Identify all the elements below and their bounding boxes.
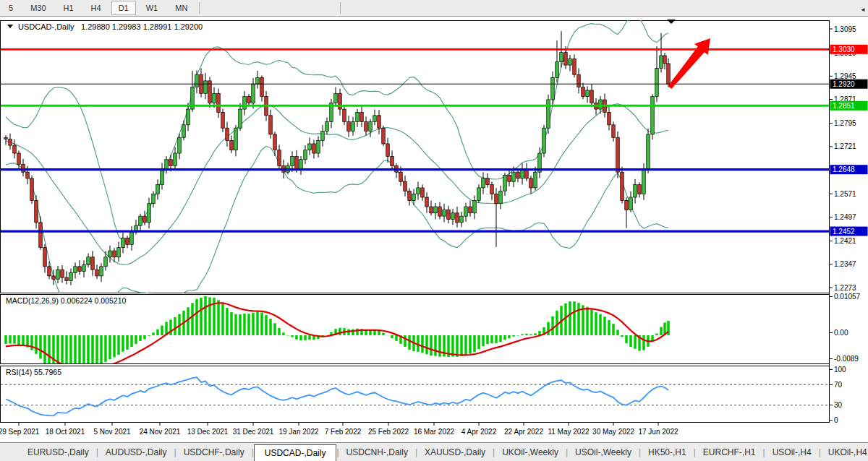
- candle: [165, 160, 169, 169]
- date-axis-label: 24 Nov 2021: [140, 428, 181, 436]
- candle: [573, 59, 576, 74]
- candle: [82, 265, 86, 272]
- candle: [308, 144, 312, 150]
- candle: [273, 134, 277, 150]
- timeframe-button-MN[interactable]: MN: [168, 1, 195, 15]
- trading-terminal-window: 5M30H1H4D1W1MN 1.30951.30191.29451.28711…: [0, 0, 868, 461]
- candle: [608, 112, 611, 124]
- candle: [642, 169, 646, 194]
- tab-USDCAD-,Daily[interactable]: USDCAD-,Daily: [254, 444, 337, 461]
- price-axis-label: 1.2273: [834, 284, 856, 292]
- candle: [304, 150, 307, 160]
- candle: [430, 207, 433, 213]
- candle: [663, 56, 667, 64]
- candle: [278, 150, 281, 166]
- candle: [586, 90, 590, 97]
- tab-AUDUSD-,Daily[interactable]: AUDUSD-,Daily: [98, 444, 174, 460]
- rsi-axis-label: 0: [834, 416, 838, 424]
- tab-USOil-,H4[interactable]: USOil-,H4: [765, 444, 819, 460]
- tab-USDCHF-,Daily[interactable]: USDCHF-,Daily: [176, 444, 252, 460]
- price-axis-label: 1.2347: [834, 260, 856, 268]
- candle: [52, 276, 56, 279]
- candle: [560, 53, 563, 62]
- candle: [486, 178, 490, 185]
- tab-HK50-,H1[interactable]: HK50-,H1: [641, 444, 694, 460]
- candle: [234, 128, 238, 150]
- candle: [360, 112, 364, 121]
- candle: [299, 160, 303, 169]
- candle: [464, 207, 468, 216]
- tab-EURCHF-,H1[interactable]: EURCHF-,H1: [696, 444, 763, 460]
- candle: [169, 160, 173, 166]
- date-axis-label: 19 Jan 2022: [278, 428, 318, 436]
- tab-USOil-,Weekly[interactable]: USOil-,Weekly: [568, 444, 639, 460]
- tab-UKOil-,Weekly[interactable]: UKOil-,Weekly: [495, 444, 566, 460]
- date-axis-label: 31 Dec 2021: [233, 428, 274, 436]
- date-axis-label: 22 Apr 2022: [504, 428, 543, 436]
- tab-EURUSD-,Daily[interactable]: EURUSD-,Daily: [20, 444, 96, 460]
- date-axis-label: 25 Feb 2022: [368, 428, 409, 436]
- timeframe-button-5[interactable]: 5: [1, 1, 20, 15]
- candle: [78, 267, 82, 272]
- candle: [447, 210, 451, 219]
- candle: [213, 93, 216, 103]
- tab-UKOil-,H4[interactable]: UKOil-,H4: [821, 444, 868, 460]
- candle: [9, 139, 12, 145]
- candle: [148, 204, 151, 223]
- date-axis-label: 30 May 2022: [592, 428, 634, 436]
- candle: [143, 216, 147, 223]
- candle: [178, 137, 182, 153]
- candle: [226, 128, 229, 140]
- candle: [195, 74, 199, 87]
- date-axis-label: 18 Oct 2021: [46, 428, 85, 436]
- tab-XAUUSD-,Daily[interactable]: XAUUSD-,Daily: [417, 444, 493, 460]
- candle: [529, 178, 533, 188]
- price-badge-label: 1.2452: [833, 228, 855, 236]
- candle: [495, 194, 498, 204]
- timeframe-button-D1[interactable]: D1: [111, 1, 136, 15]
- candle: [490, 185, 494, 194]
- timeframe-button-W1[interactable]: W1: [139, 1, 166, 15]
- candle: [482, 178, 485, 188]
- candle: [221, 112, 225, 128]
- candle: [655, 68, 659, 96]
- main-price-pane[interactable]: [1, 21, 830, 293]
- candle: [113, 251, 116, 257]
- candle: [667, 64, 671, 84]
- rsi-axis-label: 30: [834, 401, 843, 409]
- rsi-axis-label: 100: [834, 366, 846, 374]
- candle: [339, 93, 342, 109]
- candle: [477, 188, 481, 200]
- macd-label: MACD(12,26,9) 0.006224 0.005210: [6, 296, 127, 305]
- candle: [126, 238, 129, 245]
- rsi-label: RSI(14) 55.7965: [6, 368, 61, 376]
- candle: [269, 116, 273, 134]
- candle: [109, 251, 112, 257]
- candle: [217, 93, 221, 112]
- candle: [356, 112, 359, 121]
- chart-area[interactable]: 1.30951.30191.29451.28711.27951.27211.25…: [0, 17, 868, 442]
- tab-USDCNH-,Daily[interactable]: USDCNH-,Daily: [339, 444, 415, 460]
- tab-scroll-left-icon[interactable]: ◄: [860, 7, 866, 13]
- candle: [117, 248, 121, 257]
- candle: [404, 181, 407, 191]
- price-axis-label: 1.2497: [834, 213, 856, 221]
- candle: [373, 116, 377, 122]
- candle: [634, 185, 637, 197]
- candle: [334, 93, 338, 103]
- candle: [378, 116, 381, 128]
- candle: [317, 141, 320, 153]
- candle: [542, 128, 546, 153]
- date-axis-label: 17 Jun 2022: [638, 428, 678, 436]
- candle: [182, 125, 186, 137]
- candle: [425, 197, 429, 207]
- timeframe-button-H4[interactable]: H4: [84, 1, 109, 15]
- candle: [239, 109, 242, 128]
- candle: [399, 172, 403, 181]
- timeframe-button-H1[interactable]: H1: [56, 1, 81, 15]
- candle: [13, 145, 17, 153]
- rsi-pane[interactable]: [1, 366, 830, 423]
- timeframe-button-M30[interactable]: M30: [23, 1, 53, 15]
- price-badge-label: 1.2648: [833, 165, 855, 173]
- price-badge-label: 1.2851: [833, 102, 855, 110]
